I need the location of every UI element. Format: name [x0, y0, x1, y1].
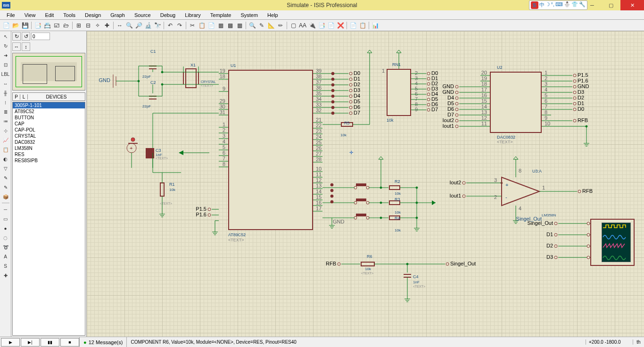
toolbar-btn-37[interactable]: 🔌 [308, 21, 316, 30]
toolbar-btn-5[interactable]: 📇 [43, 21, 51, 30]
stop-button[interactable]: ■ [60, 338, 79, 347]
ltool-15[interactable]: ✎ [1, 174, 10, 182]
preview-panel[interactable] [12, 53, 85, 91]
toolbar-btn-23[interactable]: ✂ [188, 21, 197, 30]
menu-design[interactable]: Design [80, 11, 106, 19]
messages-pane[interactable]: ● 12 Message(s) [79, 337, 126, 347]
ltool-10[interactable]: ⊹ [1, 126, 10, 135]
ime-indicator[interactable]: S 中 ☽ °, ⌨ ⛄ 👕 🔧 [529, 0, 587, 10]
toolbar-btn-43[interactable]: 📋 [358, 21, 367, 30]
ltool-4[interactable]: LBL [1, 70, 10, 78]
toolbar-btn-14[interactable]: ↔ [116, 21, 124, 30]
scope-body[interactable] [590, 219, 635, 266]
menu-source[interactable]: Source [130, 11, 156, 19]
u1-body[interactable] [228, 70, 313, 230]
ltool-16[interactable]: ✎ [1, 183, 10, 191]
ltool-3[interactable]: ⊡ [1, 60, 10, 69]
toolbar-btn-0[interactable]: 📄 [2, 21, 10, 30]
rotate-ccw-button[interactable]: ↺ [22, 32, 30, 41]
menu-system[interactable]: System [236, 11, 263, 19]
close-button[interactable]: ✕ [620, 0, 644, 10]
ltool-1[interactable]: ↻ [1, 41, 10, 50]
menu-graph[interactable]: Graph [106, 11, 130, 19]
ltool-14[interactable]: ▽ [1, 164, 10, 173]
canvas[interactable]: 19XTAL118XTAL29RST29PSEN30ALE31EA1P1.0/T… [87, 31, 644, 337]
toolbar-btn-16[interactable]: 🔎 [134, 21, 143, 30]
ltool-8[interactable]: ≣ [1, 107, 10, 116]
device-BUTTON[interactable]: BUTTON [13, 115, 85, 121]
device-3005P-1-101[interactable]: 3005P-1-101 [13, 102, 85, 108]
menu-tools[interactable]: Tools [58, 11, 80, 19]
rotate-cw-button[interactable]: ↻ [12, 32, 21, 41]
lshape-5[interactable]: A [1, 252, 10, 261]
toolbar-btn-4[interactable]: 📑 [33, 21, 42, 30]
play-button[interactable]: ▶ [1, 338, 20, 347]
toolbar-btn-32[interactable]: 📐 [267, 21, 275, 30]
menu-library[interactable]: Library [180, 11, 206, 19]
toolbar-btn-17[interactable]: 🔬 [144, 21, 152, 30]
toolbar-btn-40[interactable]: ❌ [336, 21, 345, 30]
lshape-1[interactable]: ▭ [1, 215, 10, 223]
step-button[interactable]: ▶| [21, 338, 40, 347]
toolbar-btn-1[interactable]: 📂 [11, 21, 20, 30]
toolbar-btn-38[interactable]: 📑 [317, 21, 326, 30]
toolbar-btn-2[interactable]: 💾 [21, 21, 29, 30]
ltool-6[interactable]: ╫ [1, 89, 10, 97]
maximize-button[interactable]: ▢ [602, 0, 620, 10]
toolbar-btn-26[interactable]: ▦ [216, 21, 225, 30]
toolbar-btn-28[interactable]: ▦ [235, 21, 244, 30]
device-CAP-POL[interactable]: CAP-POL [13, 127, 85, 133]
menu-file[interactable]: File [2, 11, 20, 19]
device-list[interactable]: 3005P-1-101AT89C52BUTTONCAPCAP-POLCRYSTA… [12, 102, 85, 336]
toolbar-btn-7[interactable]: 🗁 [62, 21, 70, 30]
minimize-button[interactable]: ─ [583, 0, 602, 10]
ltool-11[interactable]: 📈 [1, 136, 10, 144]
picker-l-button[interactable]: L [20, 94, 28, 99]
toolbar-btn-42[interactable]: 📄 [349, 21, 357, 30]
toolbar-btn-15[interactable]: 🔍 [125, 21, 133, 30]
toolbar-btn-35[interactable]: ▢ [289, 21, 297, 30]
menu-edit[interactable]: Edit [40, 11, 58, 19]
lshape-4[interactable]: ➰ [1, 243, 10, 251]
pause-button[interactable]: ▮▮ [41, 338, 59, 347]
device-RES8SIPB[interactable]: RES8SIPB [13, 157, 85, 164]
rotation-input[interactable] [31, 33, 50, 40]
toolbar-btn-11[interactable]: ✧ [93, 21, 102, 30]
toolbar-btn-36[interactable]: AA [298, 21, 307, 30]
ltool-7[interactable]: ⫶ [1, 98, 10, 107]
mirror-v-button[interactable]: ↕ [22, 42, 30, 51]
toolbar-btn-20[interactable]: ↶ [166, 21, 174, 30]
lshape-7[interactable]: ✚ [1, 271, 10, 280]
toolbar-btn-24[interactable]: 📋 [198, 21, 206, 30]
toolbar-btn-27[interactable]: ▩ [226, 21, 234, 30]
device-DAC0832[interactable]: DAC0832 [13, 139, 85, 145]
toolbar-btn-10[interactable]: ⊟ [84, 21, 92, 30]
lshape-3[interactable]: ◌ [1, 233, 10, 242]
ltool-2[interactable]: ➜ [1, 51, 10, 59]
toolbar-btn-30[interactable]: 🔍 [248, 21, 256, 30]
ltool-17[interactable]: 📦 [1, 192, 10, 201]
menu-template[interactable]: Template [206, 11, 236, 19]
picker-p-button[interactable]: P [13, 94, 20, 99]
device-RES[interactable]: RES [13, 151, 85, 157]
toolbar-btn-21[interactable]: ↷ [175, 21, 184, 30]
menu-debug[interactable]: Debug [156, 11, 180, 19]
ltool-12[interactable]: 📋 [1, 145, 10, 154]
device-AT89C52[interactable]: AT89C52 [13, 108, 85, 115]
lshape-0[interactable]: ─ [1, 205, 10, 214]
toolbar-btn-25[interactable]: 📄 [207, 21, 215, 30]
toolbar-btn-12[interactable]: ✚ [103, 21, 111, 30]
toolbar-btn-45[interactable]: 📊 [371, 21, 380, 30]
device-CRYSTAL[interactable]: CRYSTAL [13, 133, 85, 139]
toolbar-btn-6[interactable]: 🖃 [52, 21, 61, 30]
lshape-6[interactable]: S [1, 262, 10, 270]
toolbar-btn-9[interactable]: ⊞ [74, 21, 83, 30]
menu-view[interactable]: View [20, 11, 41, 19]
toolbar-btn-31[interactable]: ✎ [257, 21, 266, 30]
ltool-0[interactable]: ↖ [1, 32, 10, 41]
rn1-body[interactable] [387, 69, 411, 116]
toolbar-btn-18[interactable]: 🔭 [153, 21, 162, 30]
ltool-13[interactable]: ◐ [1, 155, 10, 163]
toolbar-btn-39[interactable]: 📄 [327, 21, 335, 30]
mirror-h-button[interactable]: ↔ [12, 42, 21, 51]
